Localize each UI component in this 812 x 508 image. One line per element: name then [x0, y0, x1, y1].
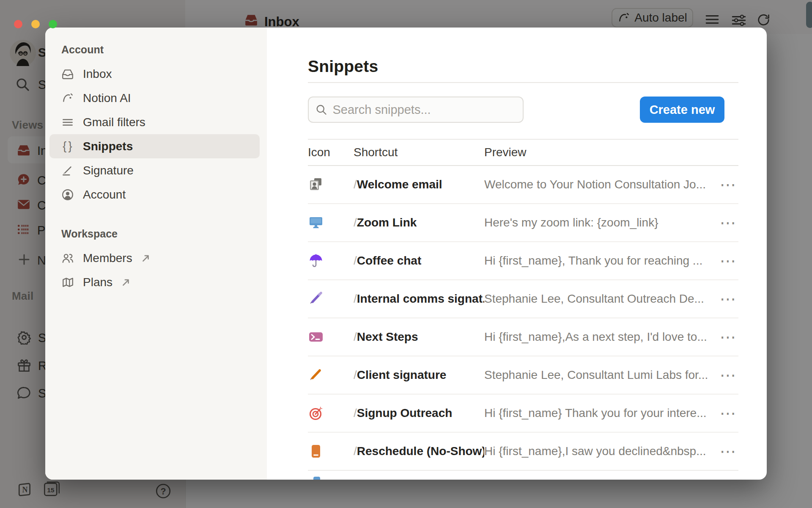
snippet-preview: Hi {first_name}, Thank you for reaching …: [484, 254, 717, 268]
close-window-button[interactable]: [14, 20, 22, 28]
settings-item-label: Gmail filters: [83, 116, 145, 129]
settings-item-label: Snippets: [83, 140, 133, 153]
slash-prefix: /: [354, 216, 357, 229]
settings-sidebar: Account Inbox Notion AI: [45, 28, 267, 480]
snippets-table: Icon Shortcut Preview /Welcome email Wel…: [308, 139, 738, 471]
snippet-search-box[interactable]: [308, 97, 524, 123]
contact-card-icon: [308, 177, 324, 193]
orange-pen-icon: [308, 367, 324, 383]
settings-item-label: Plans: [83, 276, 112, 289]
slash-prefix: /: [354, 406, 357, 420]
zoom-window-button[interactable]: [49, 20, 57, 28]
snippet-shortcut: Client signature: [357, 368, 447, 381]
settings-modal: Account Inbox Notion AI: [45, 28, 767, 480]
row-menu-button[interactable]: ⋯: [717, 405, 738, 422]
signature-pen-icon: [61, 164, 74, 177]
page-title: Snippets: [308, 57, 738, 76]
purple-pen-icon: [308, 291, 324, 307]
row-menu-button[interactable]: ⋯: [717, 290, 738, 307]
slash-prefix: /: [354, 368, 357, 381]
slash-prefix: /: [354, 292, 357, 305]
snippets-panel: Snippets Create new Icon Shortcut Previe…: [267, 28, 767, 480]
slash-prefix: /: [354, 330, 357, 343]
snippet-preview: Stephanie Lee, Consultant Outreach De...: [484, 292, 717, 306]
settings-item-label: Account: [83, 188, 126, 202]
snippet-preview: Welcome to Your Notion Consultation Jo..…: [484, 178, 717, 191]
ai-sparkle-icon: [61, 92, 74, 105]
slash-prefix: /: [354, 254, 357, 267]
minimize-window-button[interactable]: [31, 20, 40, 28]
target-icon: [308, 405, 324, 421]
snippet-row[interactable]: /Welcome email Welcome to Your Notion Co…: [308, 166, 738, 204]
external-link-icon: [141, 254, 151, 263]
snippet-preview: Hi {first_name},I saw you declined&nbsp.…: [484, 444, 717, 458]
settings-section-heading: Account: [61, 44, 260, 56]
slash-prefix: /: [354, 178, 357, 191]
slash-prefix: /: [354, 444, 357, 458]
snippet-shortcut: Coffee chat: [357, 254, 421, 267]
row-menu-button[interactable]: ⋯: [717, 367, 738, 384]
snippet-shortcut: Next Steps: [357, 330, 418, 343]
person-circle-icon: [61, 188, 74, 201]
settings-item-notion-ai[interactable]: Notion AI: [49, 86, 260, 110]
settings-item-members[interactable]: Members: [49, 246, 260, 270]
map-icon: [61, 276, 74, 289]
snippet-row[interactable]: /Signup Outreach Hi {first_name} Thank y…: [308, 395, 738, 433]
row-menu-button[interactable]: ⋯: [717, 443, 738, 460]
column-header-preview: Preview: [484, 146, 717, 159]
settings-item-gmail-filters[interactable]: Gmail filters: [49, 110, 260, 134]
filter-lines-icon: [61, 116, 74, 129]
column-header-icon: Icon: [308, 146, 354, 159]
title-divider: [308, 82, 738, 83]
row-menu-button[interactable]: ⋯: [717, 329, 738, 345]
desktop-icon: [308, 215, 324, 231]
snippet-row[interactable]: /Client signature Stephanie Lee, Consult…: [308, 356, 738, 395]
snippet-row[interactable]: /Zoom Link Here's my zoom link: {zoom_li…: [308, 204, 738, 242]
row-menu-button[interactable]: ⋯: [717, 214, 738, 231]
snippet-preview: Hi {first_name},As a next step, I'd love…: [484, 330, 717, 344]
snippet-shortcut: Welcome email: [357, 178, 442, 191]
create-new-button[interactable]: Create new: [640, 97, 724, 123]
snippet-preview: Hi {first_name} Thank you for your inter…: [484, 406, 717, 420]
column-header-shortcut: Shortcut: [354, 146, 484, 159]
braces-icon: { }: [61, 140, 74, 153]
snippet-shortcut: Signup Outreach: [357, 406, 453, 420]
snippet-shortcut: Zoom Link: [357, 216, 417, 229]
settings-item-label: Notion AI: [83, 91, 131, 105]
snippet-row[interactable]: /Internal comms signat... Stephanie Lee,…: [308, 280, 738, 318]
partial-row-icon: [313, 477, 320, 480]
row-menu-button[interactable]: ⋯: [717, 176, 738, 193]
people-icon: [61, 252, 74, 265]
snippet-preview: Stephanie Lee, Consultant Lumi Labs for.…: [484, 368, 717, 382]
umbrella-icon: [308, 253, 324, 269]
snippet-row[interactable]: /Coffee chat Hi {first_name}, Thank you …: [308, 242, 738, 280]
window-controls: [14, 20, 57, 28]
snippet-shortcut: Reschedule (No-Show): [357, 444, 484, 458]
settings-item-account[interactable]: Account: [49, 182, 260, 207]
row-menu-button[interactable]: ⋯: [717, 252, 738, 269]
external-link-icon: [121, 278, 131, 287]
settings-item-snippets[interactable]: { } Snippets: [49, 134, 260, 158]
terminal-icon: [308, 329, 324, 345]
settings-item-label: Signature: [83, 164, 134, 177]
snippet-preview: Here's my zoom link: {zoom_link}: [484, 216, 717, 229]
settings-item-label: Members: [83, 251, 132, 265]
settings-section-heading: Workspace: [61, 228, 260, 240]
search-input[interactable]: [332, 103, 516, 117]
settings-item-signature[interactable]: Signature: [49, 158, 260, 182]
snippet-shortcut: Internal comms signat...: [357, 292, 484, 305]
snippet-row[interactable]: /Reschedule (No-Show) Hi {first_name},I …: [308, 433, 738, 471]
settings-item-label: Inbox: [83, 67, 112, 81]
settings-item-plans[interactable]: Plans: [49, 270, 260, 294]
settings-item-inbox[interactable]: Inbox: [49, 62, 260, 86]
notebook-icon: [308, 443, 324, 459]
inbox-icon: [61, 68, 74, 80]
search-icon: [315, 103, 327, 116]
table-header: Icon Shortcut Preview: [308, 139, 738, 166]
snippet-row[interactable]: /Next Steps Hi {first_name},As a next st…: [308, 318, 738, 356]
